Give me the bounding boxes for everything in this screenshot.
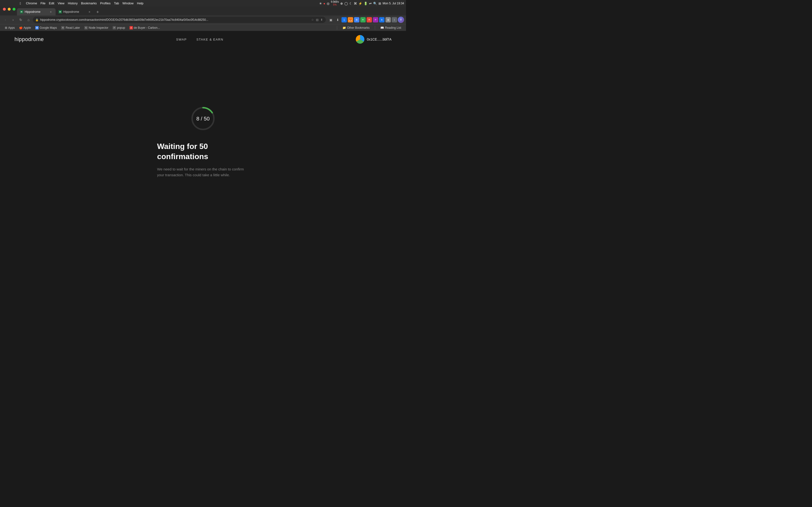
tray-icon-6[interactable]: ⌘ <box>354 2 357 5</box>
bookmark-apps[interactable]: ⊞ Apps <box>3 25 17 30</box>
confirmation-description: We need to wait for the miners on the ch… <box>157 166 249 178</box>
battery-icon[interactable]: 🔋 <box>364 2 367 5</box>
bookmark-googlemaps-label: Google Maps <box>40 26 57 30</box>
tab-2[interactable]: H Hippodrome ✕ <box>56 8 94 15</box>
tray-icon-2[interactable]: ● <box>323 2 325 5</box>
minimize-button[interactable] <box>8 8 11 11</box>
tab-1-favicon: H <box>20 10 23 13</box>
reader-mode-icon[interactable]: ▤ <box>315 18 319 22</box>
address-bar-icons: ☆ ▤ ⬆ <box>311 18 323 22</box>
tray-icon-1[interactable]: ✳ <box>319 2 322 5</box>
bookmark-apps-label: Apps <box>8 26 15 30</box>
reading-list-button[interactable]: 📖 Reading List <box>378 25 403 30</box>
confirmation-title-line2: confirmations <box>157 152 208 161</box>
tray-icon-3[interactable]: ◎ <box>327 2 329 5</box>
apple-favicon: 🍎 <box>19 26 22 30</box>
forward-button[interactable]: › <box>10 16 16 23</box>
site-logo[interactable]: hippodrome <box>14 36 44 43</box>
ext-4[interactable]: ✦ <box>360 17 366 22</box>
main-content: 8 / 50 Waiting for 50 confirmations We n… <box>0 48 406 253</box>
tab-2-close[interactable]: ✕ <box>88 10 91 14</box>
ext-puzzle[interactable]: ⚙ <box>386 17 391 22</box>
bookmark-debuyer[interactable]: d de Buyer - Carbon... <box>128 25 162 30</box>
bookmark-apple-label: Apple <box>23 26 31 30</box>
tray-icon-bluetooth[interactable]: ⚡ <box>358 2 362 5</box>
ext-7[interactable]: B <box>379 17 385 22</box>
ext-5[interactable]: R <box>367 17 372 22</box>
control-center-icon[interactable]: ⊞ <box>378 2 381 5</box>
ext-metamask[interactable]: 🦊 <box>348 17 353 22</box>
menu-help[interactable]: Help <box>137 1 144 5</box>
bookmark-readlater-label: Read Later <box>65 26 80 30</box>
datetime: Mon 5. Jul 19:34 <box>383 2 404 5</box>
new-tab-button[interactable]: + <box>94 9 101 15</box>
other-bookmarks-label: Other Bookmarks <box>347 26 369 30</box>
other-bookmarks[interactable]: 📁 Other Bookmarks <box>341 25 371 30</box>
menu-view[interactable]: View <box>58 1 64 5</box>
menu-file[interactable]: File <box>40 1 45 5</box>
bookmark-readlater[interactable]: R Read Later <box>59 25 82 30</box>
nodeinspector-favicon: N <box>84 26 88 30</box>
googlemaps-favicon: M <box>35 26 39 30</box>
menu-bookmarks[interactable]: Bookmarks <box>81 1 97 5</box>
search-icon[interactable]: 🔍 <box>373 2 377 5</box>
back-button[interactable]: ‹ <box>2 16 9 23</box>
maximize-button[interactable] <box>12 8 15 11</box>
profile-icon[interactable]: T <box>398 17 404 23</box>
confirmation-title-line1: Waiting for 50 <box>157 142 208 151</box>
bookmark-googlemaps[interactable]: M Google Maps <box>33 25 59 30</box>
address-text: hippodrome.cryptocolosseum.com/transacti… <box>40 18 309 21</box>
apple-logo[interactable]:  <box>20 1 21 5</box>
reading-list-label: Reading List <box>385 26 401 30</box>
tray-icon-moon[interactable]: ☾ <box>349 2 352 5</box>
close-button[interactable] <box>3 8 6 11</box>
nav-swap[interactable]: SWAP <box>176 38 187 41</box>
share-icon[interactable]: ⬆ <box>320 18 323 22</box>
bookmark-popup[interactable]: P popup <box>111 25 127 30</box>
wallet-address: 0x1CE......bbf7A <box>367 38 392 41</box>
page-content: hippodrome SWAP STAKE & EARN 0x1CE......… <box>0 31 406 253</box>
tray-icon-4[interactable]: ⊕ <box>340 2 343 5</box>
ext-8[interactable]: ⟩ <box>392 17 397 22</box>
address-bar[interactable]: 🔒 hippodrome.cryptocolosseum.com/transac… <box>33 17 326 23</box>
tab-bar: H Hippodrome ✕ H Hippodrome ✕ + <box>0 7 406 15</box>
tab-1-close[interactable]: ✕ <box>49 10 53 14</box>
nav-bar: ‹ › ↻ ⌂ 🔒 hippodrome.cryptocolosseum.com… <box>0 15 406 24</box>
progress-text: 8 / 50 <box>196 115 209 121</box>
bookmark-apple[interactable]: 🍎 Apple <box>17 25 33 30</box>
ext-3[interactable]: G <box>354 17 359 22</box>
menu-edit[interactable]: Edit <box>49 1 54 5</box>
progress-circle-svg: 8 / 50 <box>189 104 217 133</box>
menu-window[interactable]: Window <box>122 1 134 5</box>
menu-bar:  Chrome File Edit View History Bookmark… <box>20 1 144 5</box>
bookmark-nodeinspector[interactable]: N Node Inspector <box>83 25 110 30</box>
network-stats: 9.0kB/s 5% <box>331 0 339 6</box>
bookmark-popup-label: popup <box>117 26 125 30</box>
cast-icon[interactable]: ▣ <box>328 17 334 23</box>
bookmark-star-icon[interactable]: ☆ <box>311 18 314 22</box>
reload-button[interactable]: ↻ <box>17 16 24 23</box>
menu-profiles[interactable]: Profiles <box>100 1 110 5</box>
readlater-favicon: R <box>61 26 64 30</box>
ext-1[interactable]: 1 <box>342 17 347 22</box>
ext-6[interactable]: P <box>373 17 378 22</box>
wifi-icon[interactable]: ⇌ <box>369 2 372 5</box>
apps-icon: ⊞ <box>5 26 7 30</box>
content-block: Waiting for 50 confirmations We need to … <box>157 142 249 178</box>
titlebar:  Chrome File Edit View History Bookmark… <box>0 0 406 7</box>
save-icon[interactable]: ⬇ <box>335 17 341 23</box>
nav-stake[interactable]: STAKE & EARN <box>197 38 223 41</box>
menu-history[interactable]: History <box>68 1 78 5</box>
window-controls <box>3 8 15 11</box>
menu-tab[interactable]: Tab <box>114 1 119 5</box>
wallet-button[interactable]: 0x1CE......bbf7A <box>356 35 392 44</box>
tray-icon-5[interactable]: ◯ <box>344 2 348 5</box>
bookmarks-separator-2 <box>375 26 375 30</box>
tab-1[interactable]: H Hippodrome ✕ <box>17 8 56 15</box>
bookmark-nodeinspector-label: Node Inspector <box>89 26 108 30</box>
tab-2-title: Hippodrome <box>63 10 86 13</box>
menu-chrome[interactable]: Chrome <box>26 1 37 5</box>
extension-icons: ▣ ⬇ 1 🦊 G ✦ R P B ⚙ ⟩ T <box>327 17 404 23</box>
folder-icon: 📁 <box>343 26 346 30</box>
home-button[interactable]: ⌂ <box>25 16 32 23</box>
